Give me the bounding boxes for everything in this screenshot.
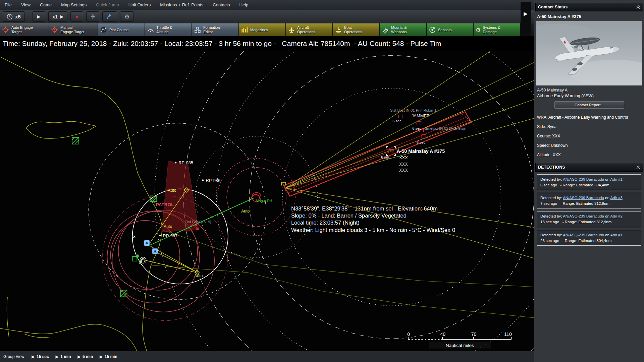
jammer-strobe-box — [284, 112, 471, 196]
boat-operations-button[interactable]: BoatOperations — [333, 23, 380, 36]
throttle-altitude-button[interactable]: Throttle &Altitude — [145, 23, 192, 36]
menu-map-settings[interactable]: Map Settings — [61, 2, 87, 7]
sensors-button[interactable]: Sensors — [427, 23, 474, 36]
time-step-15sec[interactable]: ▶ 15 sec — [32, 354, 49, 359]
mounts-weapons-button[interactable]: Mounts &Weapons — [380, 23, 427, 36]
time-step-15min[interactable]: ▶ 15 min — [100, 354, 117, 359]
installation-symbol[interactable] — [150, 195, 157, 202]
aircraft-operations-button[interactable]: AircraftOperations — [286, 23, 333, 36]
formation-icon — [194, 26, 201, 34]
crosshair-dot-icon — [51, 26, 58, 34]
detection-sensor-link[interactable]: AN/ASQ-239 Barracuda — [563, 177, 604, 181]
range-ring — [250, 55, 534, 339]
threat-ring — [218, 159, 295, 236]
undo-jump-button[interactable] — [102, 11, 117, 22]
hostile-unit-dot[interactable] — [196, 228, 199, 230]
contact-type-desc: Airborne Early Warning (AEW) — [534, 93, 644, 98]
detection-sensor-link[interactable]: AN/ASQ-239 Barracuda — [563, 214, 604, 218]
svg-text:Slope: 0% - Land: Barren / Spa: Slope: 0% - Land: Barren / Sparsely Vege… — [291, 213, 407, 219]
contact-field-speed: Speed: Unknown — [537, 141, 641, 150]
gear-icon: ⚙ — [476, 26, 481, 34]
play-icon: ▶ — [37, 14, 41, 19]
menu-missions-refpoints[interactable]: Missions + Ref. Points — [160, 2, 203, 7]
gauge-icon — [147, 26, 154, 34]
menu-unit-orders[interactable]: Unit Orders — [128, 2, 151, 7]
aircraft-icon: ✈ — [90, 13, 95, 20]
detection-unit-link[interactable]: Adir #1 — [610, 233, 622, 237]
curved-arrow-icon — [106, 14, 113, 20]
step-arrow-icon: ▶ — [32, 355, 34, 359]
detection-unit-link[interactable]: Adir #3 — [610, 196, 622, 200]
map-canvas[interactable]: RP-985 RP-986 RP-987 PATROL Auto Auto Au… — [0, 51, 534, 351]
detection-unit-link[interactable]: Adir #1 — [610, 177, 622, 181]
detection-sensor-link[interactable]: AN/ASQ-239 Barracuda — [563, 196, 604, 200]
play-button[interactable]: ▶ — [33, 11, 45, 22]
installation-symbol[interactable] — [72, 137, 79, 144]
detection-card: Detected by: AN/ASQ-239 Barracuda on Adi… — [537, 193, 641, 208]
contact-field-altitude: Altitude: XXX — [537, 150, 641, 160]
range-ring — [196, 136, 318, 258]
contact-type-link[interactable]: A-50 Mainstay A — [537, 88, 644, 93]
detection-sensor-link[interactable]: AN/ASQ-239 Barracuda — [563, 233, 604, 237]
ship-icon — [335, 26, 342, 34]
contact-report-button[interactable]: Contact Report... — [554, 101, 624, 109]
play-x1-button[interactable]: x1 ▶ — [48, 11, 68, 22]
coastline-cyprus — [26, 121, 96, 138]
contact-status-header[interactable]: Contact Status — [535, 3, 643, 11]
country-border-2 — [151, 265, 534, 318]
menu-contacts[interactable]: Contacts — [213, 2, 230, 7]
group-view-label[interactable]: Group View — [3, 354, 24, 359]
contact-age-label: 6 sec — [392, 119, 401, 123]
collapse-chevrons-icon[interactable] — [636, 165, 640, 169]
coastline-delta-detail — [7, 297, 50, 338]
contact-detection-label: Sist Bost [N-01 PrimRubin-1] — [390, 108, 437, 112]
plot-course-button[interactable]: Plot Course — [98, 23, 145, 36]
auto-throttle-label: Auto — [164, 224, 172, 229]
bottom-bar: Group View ▶ 15 sec ▶ 1 min ▶ 5 min ▶ 15… — [0, 351, 534, 362]
refpoint-label: RP-987 — [163, 233, 178, 238]
svg-text:40: 40 — [440, 331, 445, 337]
friendly-aircraft-symbol[interactable] — [144, 240, 150, 246]
menu-game[interactable]: Game — [40, 2, 52, 7]
systems-damage-button[interactable]: ⚙ Systems &Damage — [474, 23, 521, 36]
svg-text:Weather: Light middle clouds 3: Weather: Light middle clouds 3 - 5 km - … — [291, 227, 455, 233]
detection-unit-link[interactable]: Adir #2 — [610, 214, 622, 218]
detections-header[interactable]: DETECTIONS — [535, 163, 643, 172]
aircraft-quick-button[interactable]: ✈ — [86, 11, 99, 22]
airplane-icon — [288, 26, 295, 34]
time-step-5min[interactable]: ▶ 5 min — [77, 354, 93, 359]
time-compression-button[interactable]: x5 — [3, 11, 25, 22]
record-button[interactable]: ● — [70, 11, 83, 22]
menu-file[interactable]: File — [5, 2, 12, 7]
crosshair-icon — [2, 26, 9, 34]
step-arrow-icon: ▶ — [100, 355, 102, 359]
play-icon: ▶ — [60, 14, 63, 19]
manual-engage-target-button[interactable]: ManualEngage Target — [49, 23, 98, 36]
formation-editor-button[interactable]: FormationEditor — [192, 23, 239, 36]
contact-photo — [536, 21, 642, 85]
contact-unknown-field: XXX — [399, 168, 408, 173]
collapse-right-icon: ▶ — [524, 11, 528, 17]
range-ring — [183, 51, 534, 351]
svg-text:N33°58'39", E38°29'38" - 131nm: N33°58'39", E38°29'38" - 131nm from sel … — [291, 205, 438, 212]
compression-value: x5 — [15, 14, 21, 19]
refpoint-label: RP-985 — [178, 160, 193, 165]
menu-help[interactable]: Help — [239, 2, 249, 7]
auto-engage-target-button[interactable]: Auto EngageTarget — [0, 23, 49, 36]
svg-text:110: 110 — [504, 331, 512, 337]
refpoint-dot[interactable] — [202, 179, 204, 181]
friendly-aircraft-symbol[interactable] — [152, 248, 158, 254]
time-step-1min[interactable]: ▶ 1 min — [56, 354, 71, 359]
range-ring — [155, 51, 534, 351]
menu-view[interactable]: View — [21, 2, 31, 7]
ribbon-toolbar: Auto EngageTarget ManualEngage Target Pl… — [0, 23, 534, 36]
sidebar-collapse-button[interactable]: ▶ — [521, 2, 531, 36]
map-area: RP-985 RP-986 RP-987 PATROL Auto Auto Au… — [0, 51, 534, 351]
refpoint-dot[interactable] — [175, 162, 176, 164]
collapse-chevrons-icon[interactable] — [636, 5, 640, 9]
refpoint-dot[interactable] — [159, 235, 161, 237]
svg-text:70: 70 — [471, 331, 477, 337]
settings-button[interactable]: ⚙ — [120, 11, 133, 22]
x-marker: × — [133, 234, 136, 240]
magazines-button[interactable]: Magazines — [239, 23, 286, 36]
